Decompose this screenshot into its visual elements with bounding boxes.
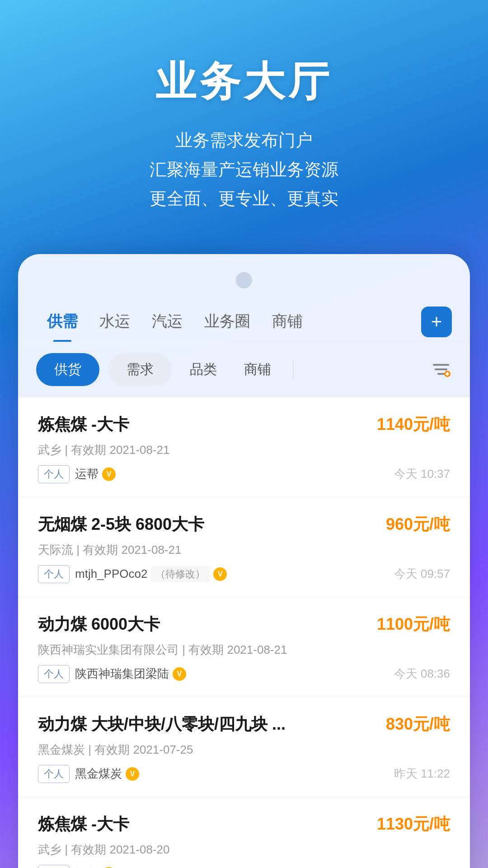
- filter-supply-button[interactable]: 供货: [36, 353, 99, 386]
- svg-rect-1: [435, 368, 447, 370]
- tab-water-transport[interactable]: 水运: [89, 302, 141, 342]
- subtitle-line2: 汇聚海量产运销业务资源: [27, 155, 461, 184]
- tag-personal: 个人: [38, 865, 70, 868]
- filter-icon-button[interactable]: [430, 359, 452, 380]
- item-price: 1130元/吨: [377, 813, 450, 835]
- pending-badge: （待修改）: [151, 566, 210, 582]
- list-item[interactable]: 动力煤 大块/中块/八零块/四九块 ... 830元/吨 黑金煤炭 | 有效期 …: [18, 697, 470, 797]
- filter-bar: 供货 需求 品类 商铺: [18, 342, 470, 397]
- add-button[interactable]: +: [421, 307, 452, 337]
- list-item[interactable]: 炼焦煤 -大卡 1140元/吨 武乡 | 有效期 2021-08-21 个人 运…: [18, 397, 470, 497]
- filter-category-button[interactable]: 品类: [181, 353, 226, 386]
- svg-rect-2: [437, 373, 445, 375]
- tab-road-transport[interactable]: 汽运: [141, 302, 193, 342]
- item-tags: 个人 mtjh_PPOco2 （待修改） V: [38, 565, 227, 583]
- tab-supply-demand[interactable]: 供需: [36, 302, 89, 342]
- vip-badge: V: [102, 467, 116, 481]
- item-price: 1100元/吨: [377, 613, 450, 636]
- vip-badge: V: [173, 667, 186, 681]
- tab-shop[interactable]: 商铺: [261, 302, 314, 342]
- filter-shop-button[interactable]: 商铺: [235, 353, 280, 386]
- vip-badge: V: [126, 767, 139, 781]
- tab-bar: 供需 水运 汽运 业务圈 商铺 +: [18, 302, 470, 342]
- item-author: 陕西神瑞集团梁陆 V: [75, 666, 186, 682]
- item-author: mtjh_PPOco2 （待修改） V: [75, 566, 227, 582]
- page-title: 业务大厅: [27, 54, 461, 109]
- subtitle-line1: 业务需求发布门户: [27, 126, 461, 155]
- item-tags: 个人 运帮 V: [38, 465, 116, 483]
- tab-business-circle[interactable]: 业务圈: [193, 302, 261, 342]
- main-card: 供需 水运 汽运 业务圈 商铺 + 供货 需求 品类 商铺: [18, 254, 470, 868]
- item-meta: 天际流 | 有效期 2021-08-21: [38, 542, 450, 558]
- item-time: 今天 08:36: [394, 666, 450, 682]
- item-meta: 陕西神瑞实业集团有限公司 | 有效期 2021-08-21: [38, 642, 450, 658]
- svg-rect-0: [433, 364, 449, 366]
- item-author: 黑金煤炭 V: [75, 766, 139, 782]
- item-title: 无烟煤 2-5块 6800大卡: [38, 514, 204, 536]
- camera-dot: [236, 272, 252, 288]
- filter-divider: [293, 359, 294, 379]
- header-subtitle: 业务需求发布门户 汇聚海量产运销业务资源 更全面、更专业、更真实: [27, 126, 461, 213]
- item-tags: 个人 陕西神瑞集团梁陆 V: [38, 665, 186, 683]
- item-time: 今天 10:37: [394, 466, 450, 482]
- item-time: 今天 09:57: [394, 566, 450, 582]
- list-item[interactable]: 无烟煤 2-5块 6800大卡 960元/吨 天际流 | 有效期 2021-08…: [18, 497, 470, 597]
- filter-demand-button[interactable]: 需求: [108, 353, 172, 386]
- item-time: 昨天 09:54: [394, 866, 450, 868]
- item-price: 1140元/吨: [377, 414, 450, 436]
- item-time: 昨天 11:22: [394, 766, 450, 782]
- list-item[interactable]: 炼焦煤 -大卡 1130元/吨 武乡 | 有效期 2021-08-20 个人 运…: [18, 797, 470, 868]
- item-tags: 个人 运帮 V: [38, 865, 116, 868]
- item-price: 830元/吨: [386, 713, 450, 736]
- tag-personal: 个人: [38, 465, 70, 483]
- item-meta: 黑金煤炭 | 有效期 2021-07-25: [38, 742, 450, 758]
- vip-badge: V: [213, 567, 227, 581]
- item-author: 运帮 V: [75, 866, 116, 868]
- item-title: 炼焦煤 -大卡: [38, 813, 129, 835]
- subtitle-line3: 更全面、更专业、更真实: [27, 184, 461, 213]
- item-title: 动力煤 6000大卡: [38, 613, 160, 636]
- item-title: 动力煤 大块/中块/八零块/四九块 ...: [38, 713, 286, 736]
- item-meta: 武乡 | 有效期 2021-08-21: [38, 442, 450, 458]
- item-title: 炼焦煤 -大卡: [38, 414, 129, 436]
- item-price: 960元/吨: [386, 514, 450, 536]
- item-author: 运帮 V: [75, 466, 116, 482]
- list-item[interactable]: 动力煤 6000大卡 1100元/吨 陕西神瑞实业集团有限公司 | 有效期 20…: [18, 597, 470, 697]
- header-section: 业务大厅 业务需求发布门户 汇聚海量产运销业务资源 更全面、更专业、更真实: [0, 0, 488, 241]
- tag-personal: 个人: [38, 665, 70, 683]
- tag-personal: 个人: [38, 765, 70, 783]
- tag-personal: 个人: [38, 565, 70, 583]
- svg-rect-5: [446, 373, 449, 375]
- list-container: 炼焦煤 -大卡 1140元/吨 武乡 | 有效期 2021-08-21 个人 运…: [18, 397, 470, 868]
- item-tags: 个人 黑金煤炭 V: [38, 765, 139, 783]
- item-meta: 武乡 | 有效期 2021-08-20: [38, 842, 450, 858]
